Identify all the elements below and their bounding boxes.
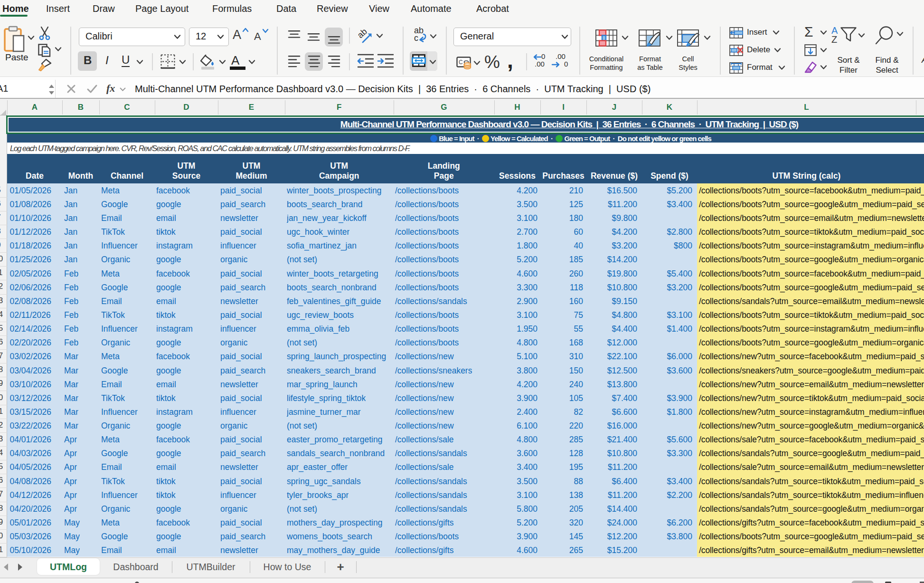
svg-text:C: C	[459, 59, 463, 66]
